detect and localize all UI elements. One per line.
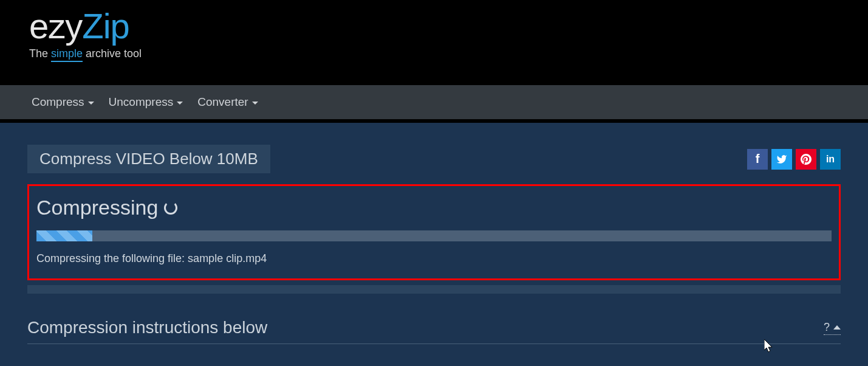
chevron-down-icon <box>252 102 258 105</box>
progress-panel: Compressing Compressing the following fi… <box>27 184 841 280</box>
tag-suffix: archive tool <box>83 47 142 60</box>
instructions-toggle[interactable]: ? <box>824 321 841 335</box>
share-facebook-button[interactable]: f <box>747 149 768 170</box>
nav-uncompress[interactable]: Uncompress <box>106 92 186 112</box>
share-linkedin-button[interactable]: in <box>820 149 841 170</box>
nav-compress[interactable]: Compress <box>29 92 97 112</box>
chevron-up-icon <box>833 325 841 330</box>
spinner-icon <box>164 201 177 215</box>
logo-part-zip: Zip <box>82 6 129 46</box>
nav-label: Converter <box>197 95 248 109</box>
progress-bar <box>36 230 832 241</box>
logo[interactable]: ezyZip The simple archive tool <box>29 9 868 62</box>
nav-label: Uncompress <box>109 95 174 109</box>
instructions-title: Compression instructions below <box>27 318 267 337</box>
nav-converter[interactable]: Converter <box>195 92 260 112</box>
instructions-header: Compression instructions below ? <box>27 318 841 344</box>
chevron-down-icon <box>88 102 94 105</box>
progress-heading: Compressing <box>36 196 832 219</box>
share-pinterest-button[interactable] <box>796 149 816 170</box>
twitter-icon <box>776 154 787 165</box>
help-label: ? <box>824 321 830 334</box>
share-twitter-button[interactable] <box>771 149 792 170</box>
linkedin-icon: in <box>826 154 835 165</box>
chevron-down-icon <box>177 102 183 105</box>
pinterest-icon <box>801 154 812 165</box>
social-share-row: f in <box>747 149 841 170</box>
tag-highlight: simple <box>51 47 83 62</box>
logo-text: ezyZip <box>29 9 868 44</box>
main-navbar: Compress Uncompress Converter <box>0 84 868 123</box>
logo-part-ezy: ezy <box>29 6 82 46</box>
facebook-icon: f <box>756 152 760 166</box>
progress-status-text: Compressing the following file: sample c… <box>36 252 832 265</box>
page-title: Compress VIDEO Below 10MB <box>27 145 270 173</box>
logo-tagline: The simple archive tool <box>29 47 868 62</box>
title-row: Compress VIDEO Below 10MB f in <box>27 145 841 173</box>
main-content: Compress VIDEO Below 10MB f in Compressi… <box>0 123 868 344</box>
nav-label: Compress <box>32 95 84 109</box>
divider-bar <box>27 285 841 294</box>
tag-prefix: The <box>29 47 51 60</box>
progress-fill <box>36 230 92 241</box>
header-bar: ezyZip The simple archive tool <box>0 0 868 84</box>
progress-heading-text: Compressing <box>36 196 158 219</box>
